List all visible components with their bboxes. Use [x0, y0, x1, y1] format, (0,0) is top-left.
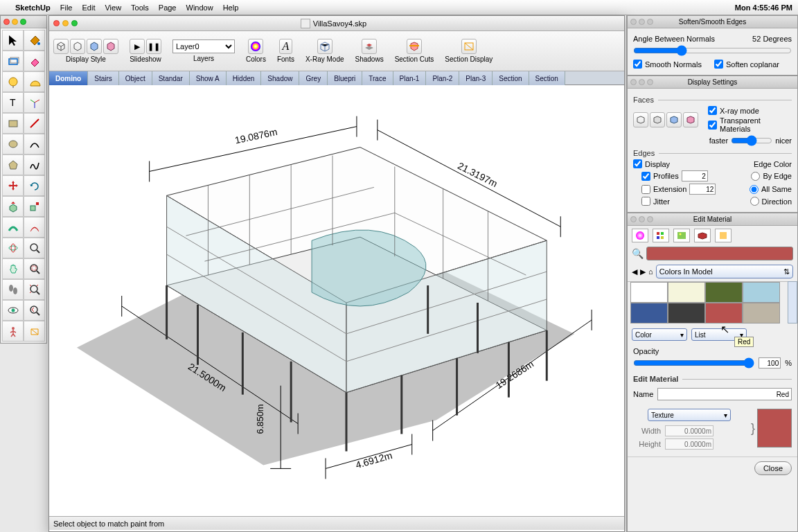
component-tool[interactable] [2, 51, 24, 71]
app-name[interactable]: SketchUp [15, 3, 51, 12]
position-camera-tool[interactable] [2, 321, 24, 342]
color-wheel-icon[interactable] [632, 229, 648, 242]
nav-back-icon[interactable]: ◀ [632, 267, 637, 276]
tab-blueprint[interactable]: Bluepri [328, 71, 362, 85]
tab-plan2[interactable]: Plan-2 [426, 71, 459, 85]
swatch-4[interactable] [630, 303, 668, 323]
tab-plan1[interactable]: Plan-1 [393, 71, 427, 85]
swatch-0[interactable] [630, 282, 668, 303]
text-tool[interactable]: T [2, 92, 24, 113]
menu-edit[interactable]: Edit [82, 3, 95, 12]
texture-width-input[interactable] [665, 425, 713, 436]
xray-mode-chk[interactable] [708, 106, 717, 115]
close-button[interactable] [53, 20, 60, 26]
face-style-3[interactable] [666, 112, 682, 127]
tab-shadow[interactable]: Shadow [261, 71, 299, 85]
by-edge-radio[interactable] [751, 172, 760, 181]
line-tool[interactable] [24, 113, 45, 134]
style-wireframe[interactable] [53, 39, 69, 54]
swatch-scrollbar[interactable] [788, 281, 797, 323]
style-hidden[interactable] [70, 39, 85, 54]
tab-stairs[interactable]: Stairs [88, 71, 119, 85]
menu-view[interactable]: View [105, 3, 121, 12]
image-icon[interactable] [673, 229, 690, 242]
swatch-3[interactable] [743, 282, 780, 303]
profiles-input[interactable] [682, 170, 708, 181]
fonts-button[interactable]: A [279, 39, 293, 54]
material-library-select[interactable]: Colors In Model⇅ [656, 265, 793, 278]
walk-tool[interactable] [2, 279, 24, 300]
push-pull-tool[interactable] [2, 196, 24, 217]
tab-trace[interactable]: Trace [362, 71, 393, 85]
swatch-5[interactable] [668, 303, 705, 323]
current-material-swatch[interactable] [646, 247, 793, 260]
zoom-tool[interactable] [24, 238, 45, 258]
section-cuts-button[interactable] [407, 39, 422, 54]
face-style-2[interactable] [650, 112, 665, 127]
swatch-2[interactable] [705, 282, 743, 303]
xray-button[interactable] [317, 39, 332, 54]
paint-bucket-tool[interactable] [24, 30, 45, 51]
menu-help[interactable]: Help [223, 3, 239, 12]
swatch-1[interactable] [668, 282, 705, 303]
tape-measure-tool[interactable] [2, 71, 24, 92]
rotate-tool[interactable] [24, 175, 45, 196]
scale-tool[interactable] [24, 196, 45, 217]
tab-section2[interactable]: Section [529, 71, 565, 85]
tab-object[interactable]: Object [119, 71, 152, 85]
material-name-input[interactable] [657, 388, 792, 400]
opacity-input[interactable] [759, 357, 781, 369]
swatch-list-icon[interactable] [653, 229, 669, 242]
circle-tool[interactable] [2, 134, 24, 154]
style-shaded[interactable] [87, 39, 102, 54]
jitter-chk[interactable] [641, 197, 650, 206]
direction-radio[interactable] [750, 197, 759, 206]
polygon-tool[interactable] [2, 154, 24, 175]
rectangle-tool[interactable] [2, 113, 24, 134]
zoom-button[interactable] [71, 20, 78, 26]
zoom-window-tool[interactable] [24, 258, 45, 279]
tab-showa[interactable]: Show A [190, 71, 227, 85]
nav-fwd-icon[interactable]: ▶ [640, 267, 646, 276]
zoom-extents-tool[interactable] [24, 279, 45, 300]
axes-tool[interactable] [24, 92, 45, 113]
previous-view-tool[interactable] [24, 300, 45, 321]
swatch-7[interactable] [743, 303, 780, 323]
link-dims-icon[interactable]: } [751, 421, 755, 436]
slideshow-pause[interactable]: ❚❚ [146, 39, 161, 54]
menu-tools[interactable]: Tools [131, 3, 149, 12]
search-icon[interactable]: 🔍 [632, 248, 644, 259]
pan-tool[interactable] [2, 258, 24, 279]
move-tool[interactable] [2, 175, 24, 196]
texture-select[interactable]: Texture▾ [648, 409, 731, 421]
brick-icon[interactable] [694, 229, 711, 242]
tab-standard[interactable]: Standar [152, 71, 190, 85]
texture-height-input[interactable] [665, 438, 713, 450]
extension-input[interactable] [689, 184, 716, 195]
follow-me-tool[interactable] [2, 217, 24, 238]
menu-page[interactable]: Page [159, 3, 177, 12]
section-plane-tool[interactable] [24, 321, 45, 342]
smooth-normals-chk[interactable] [633, 60, 642, 69]
look-around-tool[interactable] [2, 300, 24, 321]
eraser-tool[interactable] [24, 51, 45, 71]
display-edges-chk[interactable] [633, 159, 642, 168]
viewport-3d[interactable]: 19.0876m 21.3197m 21.5000m 19.2686m 6.85… [49, 85, 624, 516]
angle-slider[interactable] [633, 45, 792, 56]
opacity-slider[interactable] [633, 357, 754, 369]
soften-coplanar-chk[interactable] [714, 60, 723, 69]
orbit-tool[interactable] [2, 238, 24, 258]
style-textured[interactable] [103, 39, 118, 54]
close-button[interactable]: Close [754, 461, 792, 475]
offset-tool[interactable] [24, 217, 45, 238]
tab-plan3[interactable]: Plan-3 [459, 71, 493, 85]
profiles-chk[interactable] [641, 172, 650, 181]
protractor-tool[interactable] [24, 71, 45, 92]
section-display-button[interactable] [461, 39, 477, 54]
colors-button[interactable] [248, 39, 263, 54]
arc-tool[interactable] [24, 134, 45, 154]
texture-icon[interactable] [715, 229, 732, 242]
tab-grey[interactable]: Grey [299, 71, 328, 85]
tab-section1[interactable]: Section [493, 71, 529, 85]
transparency-slider[interactable] [731, 135, 772, 146]
